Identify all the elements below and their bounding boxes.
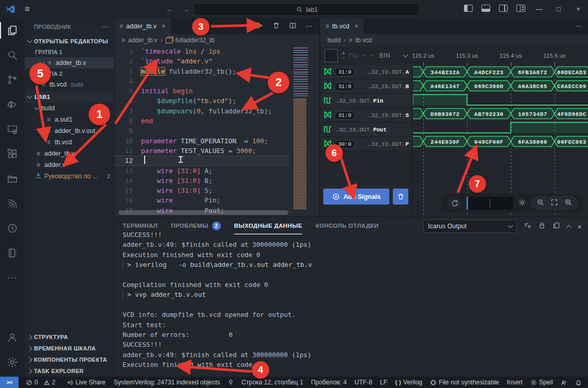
settings-gear-icon[interactable] xyxy=(518,198,526,208)
remote-indicator[interactable]: >< xyxy=(0,377,19,388)
panel-tab-ПРОБЛЕМЫ[interactable]: ПРОБЛЕМЫ2 xyxy=(171,217,221,234)
analog-style-icon2[interactable]: ~ xyxy=(370,52,373,59)
status-encoding[interactable]: UTF-8 xyxy=(355,379,373,386)
toggle-sidebar-icon[interactable] xyxy=(459,5,477,13)
editor-more-icon[interactable]: ⋯ xyxy=(575,22,582,30)
zoom-out-icon[interactable] xyxy=(537,198,544,208)
project-folder-icon[interactable] xyxy=(0,166,25,191)
breadcrumb[interactable]: ≡ adder_tb.v › fulladder32_tb xyxy=(114,34,319,46)
open-editor-item[interactable]: ≡adder_tb.v xyxy=(25,57,114,69)
tree-file-a.out1[interactable]: ≡a.out1 xyxy=(25,114,114,125)
code-editor[interactable]: 1`timescale 1ns / 1ps2`include "adder.v"… xyxy=(114,46,289,215)
close-tab-icon[interactable]: × xyxy=(354,22,358,30)
tree-file-Руководство по ...[interactable]: Руководство по ...2 xyxy=(25,171,114,182)
tree-folder-build[interactable]: build xyxy=(25,103,114,114)
notebook-icon[interactable] xyxy=(0,241,25,265)
menu-icon[interactable]: ≡ xyxy=(25,4,30,14)
run-timer-icon[interactable] xyxy=(0,216,25,241)
sidebar-section-КОМПОНЕНТЫ ПРОЕКТА[interactable]: КОМПОНЕНТЫ ПРОЕКТА xyxy=(25,354,114,365)
zoom-fit-icon[interactable] xyxy=(550,198,558,208)
panel-tab-КОНСОЛЬ ОТЛАДКИ[interactable]: КОНСОЛЬ ОТЛАДКИ xyxy=(316,217,378,234)
open-in-editor-icon[interactable] xyxy=(552,222,560,231)
status-cursor-position[interactable]: Строка 12, столбец 1 xyxy=(241,379,303,386)
extensions-icon[interactable] xyxy=(0,142,25,166)
close-window-button[interactable]: × xyxy=(568,5,588,13)
tree-file-adder_tb.v[interactable]: ≡adder_tb.v xyxy=(25,148,114,159)
open-editor-item[interactable]: ≡tb.vcdbuild xyxy=(25,79,114,90)
status-notifications[interactable] xyxy=(575,379,582,386)
wireless-icon[interactable] xyxy=(0,191,25,216)
editor-more-icon[interactable]: ⋯ xyxy=(305,22,312,30)
run-button[interactable] xyxy=(255,21,264,31)
panel-tab-ТЕРМИНАЛ[interactable]: ТЕРМИНАЛ xyxy=(123,217,158,234)
status-live-share[interactable]: Live Share xyxy=(67,379,106,386)
status-insert-mode[interactable]: Insert xyxy=(507,379,522,386)
status-eol[interactable]: LF xyxy=(380,379,387,386)
settings-icon[interactable] xyxy=(0,350,25,375)
tree-file-tb.vcd[interactable]: ≡tb.vcd xyxy=(25,137,114,148)
nav-back-icon[interactable]: ← xyxy=(166,5,174,13)
signal-row-Pin[interactable]: …32_tb.DUT.Pin xyxy=(320,94,412,108)
explorer-icon[interactable] xyxy=(0,18,25,43)
panel-tab-ВЫХОДНЫЕ ДАННЫЕ[interactable]: ВЫХОДНЫЕ ДАННЫЕ xyxy=(234,217,302,234)
status-spell[interactable]: Spell xyxy=(530,379,553,386)
maximize-button[interactable]: □ xyxy=(549,5,568,13)
tree-file-adder.v[interactable]: ≡adder.v xyxy=(25,159,114,171)
maximize-panel-icon[interactable] xyxy=(566,225,572,230)
open-editors-header[interactable]: ОТКРЫТЫЕ РЕДАКТОРЫ xyxy=(25,36,114,47)
command-center-search[interactable]: lab1 xyxy=(194,3,420,16)
clear-output-icon[interactable] xyxy=(524,222,531,231)
sidebar-more-icon[interactable]: ⋯ xyxy=(101,22,109,31)
account-icon[interactable] xyxy=(0,325,25,350)
zoom-minus-icon[interactable]: − xyxy=(342,56,345,60)
minimap[interactable] xyxy=(291,46,309,214)
output-console[interactable]: SUCCESS!!!adder_tb.v:49: $finish called … xyxy=(123,232,583,377)
customize-layout-icon[interactable] xyxy=(512,5,529,13)
remote-explorer-icon[interactable] xyxy=(0,117,25,142)
breadcrumb[interactable]: build › ≡ tb.vcd xyxy=(320,34,588,46)
more-icon[interactable]: ⋯ xyxy=(0,265,25,290)
signal-row-S[interactable]: 31:0…32_tb.DUT.S xyxy=(320,108,412,123)
signal-row-B[interactable]: 31:0…32_tb.DUT.B xyxy=(320,79,412,94)
trash-icon[interactable] xyxy=(272,22,280,31)
output-channel-dropdown[interactable]: Icarus Output xyxy=(423,220,517,233)
signal-row-P[interactable]: 30:0…32_tb.DUT.P xyxy=(320,137,412,151)
radix-select[interactable]: BIN xyxy=(379,52,391,59)
lock-scroll-icon[interactable] xyxy=(538,222,546,231)
sidebar-section-ВРЕМЕННАЯ ШКАЛА[interactable]: ВРЕМЕННАЯ ШКАЛА xyxy=(25,343,114,354)
toggle-panel-icon[interactable] xyxy=(477,5,494,13)
sidebar-section-TASK EXPLORER[interactable]: TASK EXPLORER xyxy=(25,365,114,377)
status-problems[interactable]: 02 xyxy=(26,379,59,386)
split-editor-icon[interactable] xyxy=(289,22,297,31)
signal-row-Pout[interactable]: …32_tb.DUT.Pout xyxy=(320,123,412,137)
add-signals-button[interactable]: Add Signals xyxy=(323,189,389,205)
close-tab-icon[interactable]: × xyxy=(162,22,166,30)
analog-style-icon[interactable]: ~ xyxy=(362,52,366,59)
status-synthesis-status[interactable]: File not synthesizable xyxy=(430,379,499,386)
zoom-in-icon[interactable] xyxy=(564,198,572,208)
tab-tbvcd[interactable]: ≡ tb.vcd × xyxy=(320,18,364,34)
status-language-mode[interactable]: { }Verilog xyxy=(395,379,422,386)
tab-adder-tb[interactable]: ≡ adder_tb.v × xyxy=(114,18,171,34)
status-systemverilog-status[interactable]: SystemVerilog: 24731 indexed objects xyxy=(114,379,220,386)
search-icon[interactable] xyxy=(0,43,25,68)
status-indentation[interactable]: Пробелов: 4 xyxy=(311,379,347,386)
source-control-icon[interactable] xyxy=(0,68,25,92)
nav-forward-icon[interactable]: → xyxy=(182,5,189,13)
sidebar-section-СТРУКТУРА[interactable]: СТРУКТУРА xyxy=(25,331,114,343)
value-box[interactable] xyxy=(324,49,338,62)
workspace-root[interactable]: LAB1 xyxy=(25,91,114,103)
reload-button[interactable] xyxy=(447,196,462,210)
status-port[interactable] xyxy=(228,379,234,385)
horizontal-scrollbar[interactable] xyxy=(118,210,288,215)
status-feedback[interactable] xyxy=(561,379,567,386)
tree-file-adder_tb.v.out[interactable]: ≡adder_tb.v.out xyxy=(25,125,114,137)
bus-style-icon[interactable]: ⊓⊔ xyxy=(349,52,359,59)
close-panel-icon[interactable]: × xyxy=(577,222,582,231)
time-input[interactable] xyxy=(466,197,513,210)
minimize-button[interactable]: — xyxy=(529,5,549,13)
toggle-secondary-sidebar-icon[interactable] xyxy=(494,5,512,13)
remove-signals-button[interactable] xyxy=(393,189,408,205)
run-debug-icon[interactable] xyxy=(0,92,25,117)
signal-row-A[interactable]: 31:0…32_tb.DUT.A xyxy=(320,65,412,79)
